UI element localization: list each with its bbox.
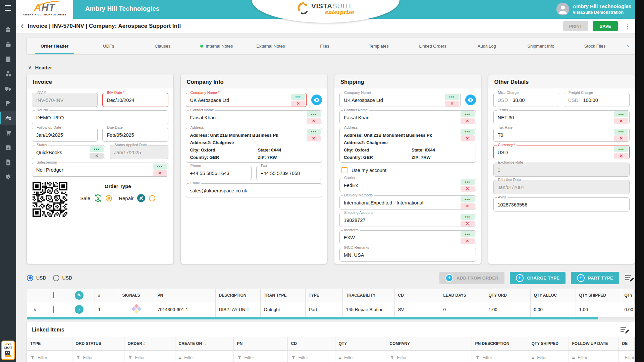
ship-address-field[interactable]: Address Address: Unit 21B Monument Busin… (339, 128, 476, 163)
order-type-sale-radio[interactable] (106, 195, 112, 201)
order-type-repair-radio[interactable] (149, 195, 155, 201)
ship-company-name-field[interactable]: Company Name UK Aerospace Ltd ••• ✕ (339, 93, 461, 107)
address-lookup-icon[interactable]: ••• (307, 129, 321, 135)
shipping-account-lookup-icon[interactable]: ••• (461, 214, 475, 220)
back-icon[interactable]: ‹ (21, 25, 24, 27)
sidebar-item-7-selected[interactable] (0, 111, 16, 125)
terms-lookup-icon[interactable]: ••• (614, 111, 628, 117)
contact-name-field[interactable]: Contact Name Faisal Khan ••• ✕ (186, 110, 322, 124)
shipping-account-clear-icon[interactable]: ✕ (461, 221, 475, 227)
linked-table-edit-icon[interactable] (620, 325, 630, 335)
awb-field[interactable]: AWB 10287363556 (493, 197, 630, 212)
item-row[interactable]: ∧ › 1 7014300-901-1 DISPLAY UNIT Outrigh… (27, 302, 635, 317)
tab-udfs[interactable]: UDFs (82, 38, 136, 54)
filter-pn-description[interactable]: Filter (475, 355, 525, 360)
salesperson-field[interactable]: Salesperson Neil Prodger ••• ✕ (32, 163, 168, 177)
ref-no-field[interactable]: Ref No DEMO_RFQ (32, 110, 168, 124)
fax-field[interactable]: Fax +44 55 5239 7058 (256, 166, 322, 180)
tab-audit-log[interactable]: Audit Log (460, 38, 514, 54)
follow-up-date-field[interactable]: Follow up Date Jan/19/2025 (32, 128, 98, 142)
inco-remarks-field[interactable]: INCO Remarks MN, USA (339, 248, 476, 262)
sidebar-item-10[interactable] (0, 155, 16, 170)
ship-contact-clear-icon[interactable]: ✕ (461, 118, 475, 124)
use-my-account-checkbox[interactable]: Use my account (341, 166, 476, 175)
incoterm-clear-icon[interactable]: ✕ (461, 238, 475, 244)
part-type-button[interactable]: + PART TYPE (571, 272, 619, 284)
currency-field[interactable]: Currency * USD ••• ✕ (493, 145, 630, 159)
filter-cd[interactable]: Filter (291, 355, 332, 360)
filter-qty-shipped[interactable]: ≡Filter (532, 355, 565, 360)
ship-address-lookup-icon[interactable]: ••• (461, 129, 475, 135)
carrier-field[interactable]: Carrier FedEx ••• ✕ (339, 178, 476, 192)
tax-lookup-icon[interactable]: ••• (614, 129, 628, 135)
aht-logo[interactable]: AHT AMBRY HILL TECHNOLOGIES (16, 0, 73, 19)
sidebar-item-4[interactable] (0, 66, 16, 81)
company-name-field[interactable]: Company Name * UK Aerospace Ltd ••• ✕ (186, 93, 307, 107)
salesperson-clear-icon[interactable]: ✕ (153, 170, 167, 176)
shipping-account-field[interactable]: Shipping Account 19828727 ••• ✕ (339, 213, 476, 227)
status-lookup-icon[interactable]: ••• (90, 146, 104, 152)
filter-qty[interactable]: ≡Filter (339, 355, 383, 360)
salesperson-lookup-icon[interactable]: ••• (153, 164, 167, 170)
tab-shipment-info[interactable]: Shipment Info (514, 38, 568, 54)
sidebar-item-8[interactable] (0, 125, 16, 140)
filter-company[interactable]: Filter (390, 355, 468, 360)
currency-clear-icon[interactable]: ✕ (614, 153, 628, 159)
phone-field[interactable]: Phone +44 55 5856 1643 (186, 166, 252, 180)
currency-radio-unselected[interactable] (53, 275, 59, 281)
terms-field[interactable]: Terms NET 30 ••• ✕ (493, 110, 630, 124)
due-date-field[interactable]: Due Date Feb/05/2025 (102, 128, 168, 142)
header-section-toggle[interactable]: ∨ Header (27, 61, 635, 74)
filter-type[interactable]: Filter (30, 355, 69, 360)
tab-clauses[interactable]: Clauses (136, 38, 190, 54)
misc-charge-field[interactable]: Misc Charge USD38.00 (493, 93, 559, 107)
hamburger-menu-icon[interactable] (0, 0, 16, 16)
delivery-lookup-icon[interactable]: ••• (461, 196, 475, 202)
filter-follow-up-date[interactable]: ≡Filter (572, 355, 615, 360)
tab-external-notes[interactable]: External Notes (244, 38, 298, 54)
delivery-clear-icon[interactable]: ✕ (461, 203, 475, 209)
more-menu-icon[interactable]: ⋮ (623, 22, 632, 30)
ship-company-view-eye-icon[interactable] (465, 95, 476, 105)
company-address-field[interactable]: Address Address: Unit 21B Monument Busin… (186, 128, 322, 163)
add-from-order-button[interactable]: + ADD FROM ORDER (439, 272, 504, 284)
sidebar-item-3[interactable] (0, 52, 16, 66)
sidebar-item-2[interactable] (0, 37, 16, 52)
carrier-clear-icon[interactable]: ✕ (461, 186, 475, 192)
row-checkbox[interactable] (53, 306, 54, 313)
scrollbar-thumb[interactable] (27, 317, 598, 319)
currency-radio-selected[interactable] (27, 275, 33, 281)
ship-contact-lookup-icon[interactable]: ••• (461, 111, 475, 117)
save-button[interactable]: SAVE (593, 21, 618, 31)
tax-rate-field[interactable]: Tax Rate T0 ••• ✕ (493, 128, 630, 142)
tab-internal-notes[interactable]: Internal Notes (190, 38, 244, 54)
carrier-lookup-icon[interactable]: ••• (461, 179, 475, 185)
ship-address-clear-icon[interactable]: ✕ (461, 135, 475, 141)
delivery-methods-field[interactable]: Delivery Methods InternationalExpedited … (339, 195, 476, 209)
company-lookup-icon[interactable]: ••• (291, 94, 305, 100)
email-field[interactable]: Email sales@ukaerospace.co.uk (186, 183, 322, 197)
live-chat-button[interactable]: LIVE CHAT (1, 341, 15, 360)
contact-lookup-icon[interactable]: ••• (307, 111, 321, 117)
row-open-chevron-icon[interactable]: › (75, 305, 84, 314)
tab-linked-orders[interactable]: Linked Orders (406, 38, 460, 54)
tab-templates[interactable]: Templates (352, 38, 406, 54)
status-field[interactable]: Status QuickBooks ••• ✕ (32, 145, 105, 159)
sidebar-item-1[interactable] (0, 22, 16, 37)
user-menu[interactable]: Ambry Hill Technologies VistaSuite Demon… (556, 3, 631, 15)
status-clear-icon[interactable]: ✕ (90, 153, 104, 159)
incoterm-field[interactable]: Incoterm EXW ••• ✕ (339, 230, 476, 244)
tax-clear-icon[interactable]: ✕ (614, 135, 628, 141)
linked-col-create-on[interactable]: CREATE ON↓ (175, 337, 233, 350)
company-clear-icon[interactable]: ✕ (291, 101, 305, 107)
tab-files[interactable]: Files (298, 38, 352, 54)
filter-ord-status[interactable]: Filter (76, 355, 121, 360)
sidebar-item-6[interactable] (0, 96, 16, 111)
ship-company-lookup-icon[interactable]: ••• (445, 94, 459, 100)
inv-date-field[interactable]: INV Date * Dec/10/2024 (102, 93, 168, 107)
incoterm-lookup-icon[interactable]: ••• (461, 231, 475, 237)
ship-contact-name-field[interactable]: Contact Name Faisal Khan ••• ✕ (339, 110, 476, 124)
collapse-row-icon[interactable]: ∧ (33, 307, 37, 312)
contact-clear-icon[interactable]: ✕ (307, 118, 321, 124)
tab-order-header[interactable]: Order Header (28, 38, 82, 54)
